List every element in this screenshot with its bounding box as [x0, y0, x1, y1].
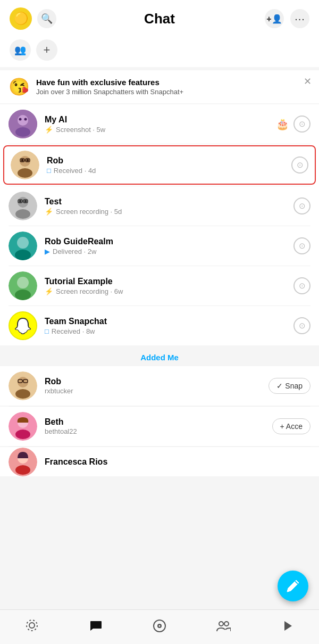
- status-icon: ⚡: [45, 208, 53, 216]
- more-options-button[interactable]: ···: [290, 9, 309, 28]
- nav-map[interactable]: [19, 615, 45, 637]
- friend-info-rob: Rob rxbtucker: [45, 377, 268, 395]
- promo-close-button[interactable]: ✕: [304, 76, 312, 87]
- friend-handle: bethtoal22: [45, 427, 272, 435]
- chat-name: Tutorial Example: [45, 277, 293, 286]
- camera-button[interactable]: ⊙: [293, 115, 310, 133]
- avatar-tutorial: [9, 271, 37, 300]
- svg-point-46: [219, 622, 223, 626]
- svg-point-39: [15, 465, 30, 475]
- friend-name: Rob: [45, 377, 268, 386]
- chat-info-test: Test ⚡ Screen recording · 5d: [45, 197, 293, 216]
- svg-point-23: [15, 250, 31, 260]
- svg-point-1: [18, 115, 28, 126]
- svg-point-9: [27, 159, 29, 162]
- avatar-francesca: [9, 448, 37, 476]
- status-text: Screenshot · 5w: [56, 126, 105, 134]
- accept-button[interactable]: + Acce: [272, 418, 310, 434]
- status-text: Screen recording · 6w: [56, 287, 123, 295]
- chat-action-rob-guiderealm: ⊙: [293, 237, 310, 254]
- chat-list: My AI ⚡ Screenshot · 5w 🎂 ⊙: [0, 104, 319, 345]
- avatar-team-snapchat: [9, 311, 37, 340]
- chat-action-team-snapchat: ⊙: [293, 317, 310, 334]
- chat-info-rob: Rob □ Received · 4d: [47, 156, 291, 175]
- friend-item-francesca[interactable]: Francesca Rios + Accept: [0, 447, 319, 476]
- chat-status: ⚡ Screenshot · 5w: [45, 126, 276, 134]
- camera-button[interactable]: ⊙: [293, 237, 310, 254]
- camera-button[interactable]: ⊙: [291, 156, 308, 174]
- svg-point-3: [19, 118, 22, 121]
- avatar-rob: [11, 151, 39, 179]
- nav-camera[interactable]: [146, 615, 173, 637]
- snap-button[interactable]: ✓ Snap: [268, 378, 310, 394]
- friend-item-beth[interactable]: Beth bethtoal22 + Acce: [0, 407, 319, 446]
- svg-point-17: [24, 200, 27, 203]
- svg-point-47: [224, 622, 229, 626]
- nav-friends[interactable]: [210, 615, 237, 637]
- svg-point-14: [18, 197, 28, 208]
- avatar-rob-guiderealm: [9, 232, 37, 260]
- sub-header: 👥 +: [0, 35, 319, 67]
- add-friend-button[interactable]: +👤: [265, 9, 284, 28]
- chat-name: Team Snapchat: [45, 317, 293, 326]
- app-container: 🟡 🔍 Chat +👤 ··· 👥 + 😘 Have fun with excl…: [0, 0, 319, 519]
- friend-handle: rxbtucker: [45, 387, 268, 395]
- camera-button[interactable]: ⊙: [293, 197, 310, 214]
- svg-point-30: [15, 389, 30, 399]
- groups-button[interactable]: 👥: [10, 39, 31, 61]
- svg-point-36: [15, 430, 30, 439]
- status-icon: □: [47, 167, 51, 175]
- chat-name: Rob GuideRealm: [45, 237, 293, 246]
- chat-action-test: ⊙: [293, 197, 310, 214]
- avatar-rob-added: [9, 371, 37, 400]
- svg-point-45: [159, 625, 161, 627]
- chat-action-my-ai: 🎂 ⊙: [276, 115, 310, 133]
- promo-banner: 😘 Have fun with exclusive features Join …: [0, 70, 319, 103]
- nav-chat[interactable]: [82, 615, 109, 637]
- status-icon: ▶: [45, 247, 50, 255]
- chat-info-my-ai: My AI ⚡ Screenshot · 5w: [45, 115, 276, 134]
- status-text: Received · 8w: [52, 327, 95, 335]
- chat-item-team-snapchat[interactable]: Team Snapchat □ Received · 8w ⊙: [0, 306, 319, 345]
- chat-info-team-snapchat: Team Snapchat □ Received · 8w: [45, 317, 293, 335]
- chat-item-tutorial[interactable]: Tutorial Example ⚡ Screen recording · 6w…: [0, 266, 319, 306]
- search-button[interactable]: 🔍: [37, 9, 56, 28]
- svg-marker-48: [284, 621, 292, 631]
- camera-button[interactable]: ⊙: [293, 277, 310, 294]
- chat-status: □ Received · 4d: [47, 167, 291, 175]
- compose-button[interactable]: [278, 571, 308, 601]
- nav-stories[interactable]: [274, 615, 300, 637]
- page-title: Chat: [144, 11, 175, 27]
- svg-point-25: [17, 277, 29, 288]
- chat-status: ▶ Delivered · 2w: [45, 247, 293, 255]
- chat-status: ⚡ Screen recording · 5d: [45, 208, 293, 216]
- friend-info-beth: Beth bethtoal22: [45, 417, 272, 435]
- friend-item-rob[interactable]: Rob rxbtucker ✓ Snap: [0, 366, 319, 406]
- chat-item-my-ai[interactable]: My AI ⚡ Screenshot · 5w 🎂 ⊙: [0, 104, 319, 144]
- svg-point-7: [18, 168, 32, 178]
- chat-item-rob[interactable]: Rob □ Received · 4d ⊙: [3, 145, 316, 185]
- friend-name: Beth: [45, 417, 272, 427]
- status-text: Delivered · 2w: [53, 247, 96, 255]
- camera-button[interactable]: ⊙: [293, 317, 310, 334]
- user-avatar[interactable]: 🟡: [10, 7, 32, 30]
- promo-title: Have fun with exclusive features: [36, 78, 310, 87]
- svg-point-41: [29, 623, 35, 628]
- promo-text: Have fun with exclusive features Join ov…: [36, 78, 310, 96]
- svg-point-42: [27, 620, 37, 631]
- promo-emoji: 😘: [9, 77, 30, 97]
- status-icon: ⚡: [45, 126, 53, 134]
- chat-item-test[interactable]: Test ⚡ Screen recording · 5d ⊙: [0, 186, 319, 226]
- avatar-my-ai: [9, 110, 37, 138]
- title-text: Chat: [144, 11, 175, 27]
- status-icon: ⚡: [45, 287, 53, 295]
- chat-item-rob-guiderealm[interactable]: Rob GuideRealm ▶ Delivered · 2w ⊙: [0, 226, 319, 266]
- chat-action-tutorial: ⊙: [293, 277, 310, 294]
- svg-point-26: [15, 290, 31, 300]
- svg-point-15: [15, 209, 30, 219]
- chat-action-rob: ⊙: [291, 156, 308, 174]
- new-chat-button[interactable]: +: [36, 39, 57, 61]
- svg-point-4: [24, 118, 27, 121]
- chat-status: ⚡ Screen recording · 6w: [45, 287, 293, 295]
- svg-point-22: [17, 237, 29, 249]
